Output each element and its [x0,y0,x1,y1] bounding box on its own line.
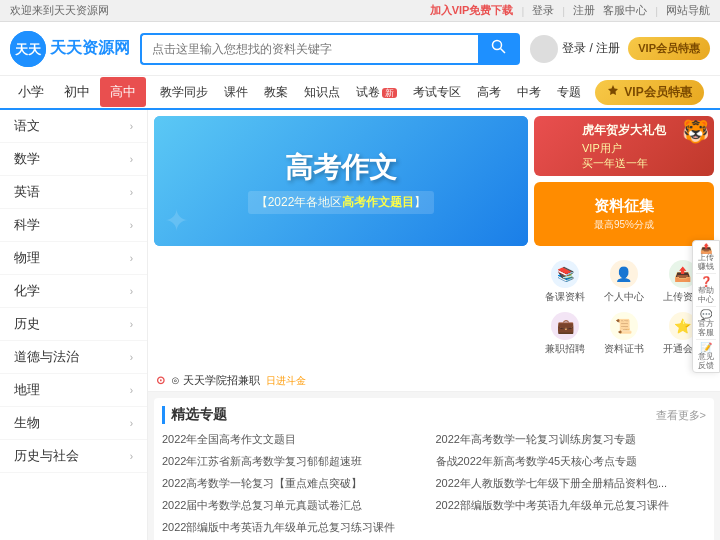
nav-item-lesson[interactable]: 教案 [256,78,296,107]
nav-item-knowledge[interactable]: 知识点 [296,78,348,107]
sidebar-item-geography[interactable]: 地理› [0,374,147,407]
subject-sidebar: 语文› 数学› 英语› 科学› 物理› 化学› 历史› 道德与法治› 地理› 生… [0,110,148,540]
header-right: 登录 / 注册 VIP会员特惠 [530,35,710,63]
featured-item[interactable]: 备战2022年新高考数学45天核心考点专题 [436,452,707,471]
logo-icon: 天天 [10,31,46,67]
content-area: ✦ 高考作文 【2022年各地区高考作文题目】 🐯 虎年贺岁大礼包 VIP用户 [148,110,720,540]
sidebar-item-math[interactable]: 数学› [0,143,147,176]
svg-marker-4 [608,85,618,95]
float-divider [696,339,716,340]
featured-item[interactable]: 2022年人教版数学七年级下册全册精品资料包... [436,474,707,493]
profile-icon: 👤 [610,260,638,288]
register-link[interactable]: 注册 [573,3,595,18]
featured-item[interactable]: 2022届中考数学总复习单元真题试卷汇总 [162,496,433,515]
float-service[interactable]: 💬 官方客服 [694,311,718,335]
notice-icon: ⊙ [156,374,165,387]
floating-sidebar: 📤 上传赚钱 ❓ 帮助中心 💬 官方客服 📝 意见反馈 [692,240,720,373]
banner-subtitle: 【2022年各地区高考作文题目】 [248,191,435,214]
sidebar-item-history-society[interactable]: 历史与社会› [0,440,147,473]
banner-subtitle-highlight: 高考作文题目 [342,195,414,209]
vip-special-btn[interactable]: VIP会员特惠 [628,37,710,60]
float-divider [696,306,716,307]
welcome-text: 欢迎来到天天资源网 [10,3,109,18]
notice-bar: ⊙ ⊙ 天天学院招兼职 日进斗金 [148,370,720,392]
header: 天天 天天资源网 登录 / 注册 VIP会员特惠 [0,22,720,76]
logo-text: 天天资源网 [50,38,130,59]
main-content: 语文› 数学› 英语› 科学› 物理› 化学› 历史› 道德与法治› 地理› 生… [0,110,720,540]
grade-tab-high[interactable]: 高中 [100,77,146,107]
courses-icon: 📚 [551,260,579,288]
svg-point-2 [493,41,502,50]
sidebar-item-biology[interactable]: 生物› [0,407,147,440]
quick-link-cert[interactable]: 📜 资料证书 [598,308,650,360]
quick-link-courses[interactable]: 📚 备课资料 [539,256,591,308]
featured-header: 精选专题 查看更多> [162,406,706,424]
sidebar-item-english[interactable]: 英语› [0,176,147,209]
grade-tab-middle[interactable]: 初中 [54,77,100,107]
nav-items: 教学同步 课件 教案 知识点 试卷新 考试专区 高考 中考 专题 [152,78,589,107]
sidebar-item-history[interactable]: 历史› [0,308,147,341]
avatar [530,35,558,63]
nav-vip-btn[interactable]: VIP会员特惠 [595,80,704,105]
sidebar-item-morality[interactable]: 道德与法治› [0,341,147,374]
login-link[interactable]: 登录 [532,3,554,18]
search-button[interactable] [478,33,520,65]
notice-sub: 日进斗金 [266,374,306,388]
float-help[interactable]: ❓ 帮助中心 [694,278,718,302]
search-bar [140,33,520,65]
top-bar-right: 加入VIP免费下载 | 登录 | 注册 客服中心 | 网站导航 [430,3,710,18]
notice-title: ⊙ 天天学院招兼职 [171,373,260,388]
quick-link-profile[interactable]: 👤 个人中心 [598,256,650,308]
svg-line-3 [501,49,506,54]
float-upload[interactable]: 📤 上传赚钱 [694,245,718,269]
vip-ad-text: 虎年贺岁大礼包 VIP用户 买一年送一年 [582,122,666,171]
search-input[interactable] [140,33,478,65]
banner-title: 高考作文 [248,149,435,187]
main-nav: 小学 初中 高中 教学同步 课件 教案 知识点 试卷新 考试专区 高考 中考 专… [0,76,720,110]
nav-item-slides[interactable]: 课件 [216,78,256,107]
site-guide-link[interactable]: 网站导航 [666,3,710,18]
banner-right-col: 🐯 虎年贺岁大礼包 VIP用户 买一年送一年 资料征集 最高95%分成 [534,116,714,364]
nav-item-exam[interactable]: 试卷新 [348,78,405,107]
float-feedback[interactable]: 📝 意见反馈 [694,344,718,368]
logo[interactable]: 天天 天天资源网 [10,31,130,67]
featured-section: 精选专题 查看更多> 2022年全国高考作文文题目 2022年高考数学一轮复习训… [154,398,714,540]
float-divider [696,273,716,274]
banner-vip-ad[interactable]: 🐯 虎年贺岁大礼包 VIP用户 买一年送一年 [534,116,714,176]
jobs-icon: 💼 [551,312,579,340]
tiger-icon: 🐯 [682,119,709,145]
nav-item-zhongkao[interactable]: 中考 [509,78,549,107]
collect-title: 资料征集 [594,197,654,216]
featured-item[interactable]: 2022年江苏省新高考数学复习郁郁超速班 [162,452,433,471]
exam-badge: 新 [382,88,397,98]
nav-item-sync[interactable]: 教学同步 [152,78,216,107]
featured-item[interactable]: 2022年高考数学一轮复习训练房复习专题 [436,430,707,449]
nav-item-exam-zone[interactable]: 考试专区 [405,78,469,107]
quick-link-jobs[interactable]: 💼 兼职招聘 [539,308,591,360]
sidebar-item-chemistry[interactable]: 化学› [0,275,147,308]
featured-item[interactable]: 2022年全国高考作文文题目 [162,430,433,449]
top-bar: 欢迎来到天天资源网 加入VIP免费下载 | 登录 | 注册 客服中心 | 网站导… [0,0,720,22]
featured-item[interactable]: 2022部编版中考英语九年级单元总复习练习课件 [162,518,433,537]
grade-tab-primary[interactable]: 小学 [8,77,54,107]
featured-item[interactable]: 2022高考数学一轮复习【重点难点突破】 [162,474,433,493]
nav-item-topic[interactable]: 专题 [549,78,589,107]
sidebar-item-chinese[interactable]: 语文› [0,110,147,143]
avatar-area: 登录 / 注册 [530,35,620,63]
login-reg-link[interactable]: 登录 / 注册 [562,40,620,57]
featured-grid: 2022年全国高考作文文题目 2022年高考数学一轮复习训练房复习专题 2022… [162,430,706,537]
banner-main: ✦ 高考作文 【2022年各地区高考作文题目】 [154,116,528,246]
nav-item-gaokao[interactable]: 高考 [469,78,509,107]
user-center-link[interactable]: 客服中心 [603,3,647,18]
banner-area: ✦ 高考作文 【2022年各地区高考作文题目】 🐯 虎年贺岁大礼包 VIP用户 [148,110,720,370]
collect-sub: 最高95%分成 [594,218,654,232]
featured-more[interactable]: 查看更多> [656,408,706,423]
featured-title: 精选专题 [162,406,227,424]
cert-icon: 📜 [610,312,638,340]
sidebar-item-physics[interactable]: 物理› [0,242,147,275]
vip-download-link[interactable]: 加入VIP免费下载 [430,3,514,18]
svg-text:天天: 天天 [14,42,42,57]
banner-collect[interactable]: 资料征集 最高95%分成 [534,182,714,246]
featured-item[interactable]: 2022部编版数学中考英语九年级单元总复习课件 [436,496,707,515]
sidebar-item-science[interactable]: 科学› [0,209,147,242]
